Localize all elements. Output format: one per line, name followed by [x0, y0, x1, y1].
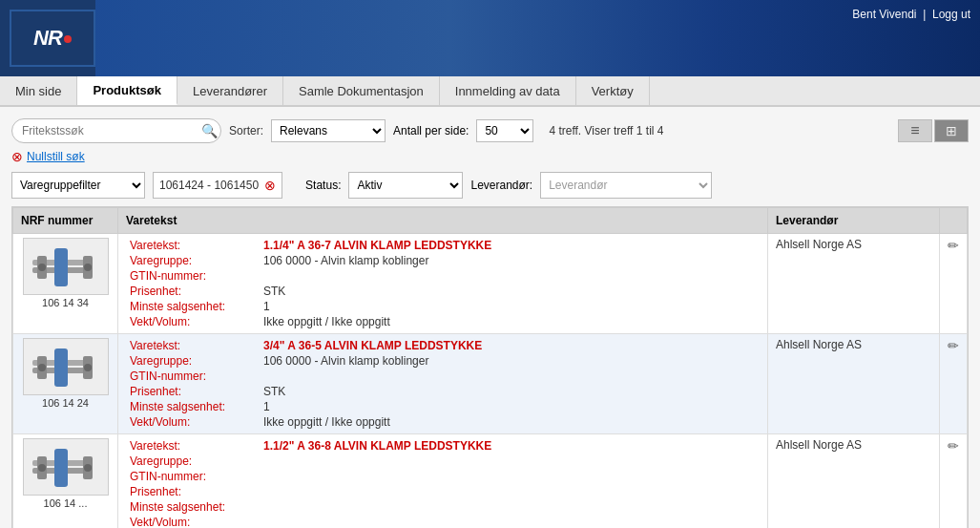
main-content: 🔍 Sorter: Relevans NRF nummer Varetekst …: [0, 107, 980, 528]
detail-label: Varegruppe:: [126, 454, 260, 469]
detail-label: GTIN-nummer:: [126, 268, 260, 284]
table-header-row: NRF nummer Varetekst Leverandør: [13, 208, 968, 234]
product-thumbnail: [23, 238, 109, 295]
logo: NR: [10, 10, 95, 67]
detail-value: [260, 369, 760, 384]
detail-label: Minste salgsenhet:: [126, 299, 260, 314]
detail-value[interactable]: 1.1/2" A 36-8 ALVIN KLAMP LEDDSTYKKE: [260, 438, 760, 454]
filter-bar: Varegruppefilter 1061424 - 1061450 ⊗ Sta…: [11, 172, 969, 199]
search-bar: 🔍 Sorter: Relevans NRF nummer Varetekst …: [11, 118, 969, 143]
range-filter: 1061424 - 1061450 ⊗: [153, 172, 282, 199]
detail-label: GTIN-nummer:: [126, 469, 260, 484]
leverandor-label: Leverandør:: [470, 179, 532, 192]
detail-value: [260, 268, 760, 284]
header-user-area: Bent Vivendi | Logg ut: [852, 8, 970, 21]
svg-point-20: [84, 464, 92, 472]
svg-rect-2: [54, 248, 68, 286]
range-value: 1061424 - 1061450: [159, 179, 259, 192]
status-label: Status:: [305, 179, 341, 192]
product-detail-cell: Varetekst:3/4" A 36-5 ALVIN KLAMP LEDDST…: [118, 334, 768, 434]
edit-button[interactable]: ✏: [948, 338, 959, 353]
header: NR Bent Vivendi | Logg ut: [0, 0, 980, 76]
detail-label: Prisenhet:: [126, 484, 260, 499]
edit-cell: ✏: [940, 334, 968, 434]
leverandor-cell: Ahlsell Norge AS: [768, 434, 940, 529]
detail-label: Varegruppe:: [126, 253, 260, 268]
detail-value: [260, 515, 760, 528]
detail-value[interactable]: 3/4" A 36-5 ALVIN KLAMP LEDDSTYKKE: [260, 338, 760, 353]
th-varetekst: Varetekst: [118, 208, 768, 234]
leverandor-select[interactable]: Leverandør: [540, 172, 712, 199]
results-info: 4 treff. Viser treff 1 til 4: [549, 124, 663, 137]
nav-min-side[interactable]: Min side: [0, 76, 77, 105]
table-row: 106 14 34Varetekst:1.1/4" A 36-7 ALVIN K…: [13, 234, 968, 334]
detail-label: GTIN-nummer:: [126, 369, 260, 384]
range-clear-button[interactable]: ⊗: [264, 178, 276, 193]
nav-samle-dok[interactable]: Samle Dokumentasjon: [283, 76, 440, 105]
detail-label: Varetekst:: [126, 438, 260, 454]
detail-value: [260, 499, 760, 515]
per-page-select[interactable]: 10 25 50 100: [476, 119, 533, 142]
nav-leverandorer[interactable]: Leverandører: [177, 76, 283, 105]
detail-label: Minste salgsenhet:: [126, 499, 260, 515]
detail-value: [260, 484, 760, 499]
sort-label: Sorter:: [229, 124, 263, 137]
edit-button[interactable]: ✏: [948, 238, 959, 253]
detail-label: Prisenhet:: [126, 384, 260, 399]
edit-cell: ✏: [940, 234, 968, 334]
header-decoration: [95, 0, 980, 76]
product-table: NRF nummer Varetekst Leverandør 106 14 3…: [12, 207, 968, 528]
edit-cell: ✏: [940, 434, 968, 529]
detail-value: Ikke oppgitt / Ikke oppgitt: [260, 414, 760, 430]
search-icon: 🔍: [201, 123, 218, 138]
detail-value: [260, 454, 760, 469]
reset-link[interactable]: Nullstill søk: [27, 150, 85, 163]
search-input[interactable]: [11, 118, 221, 143]
grid-view-icon: ⊞: [946, 123, 957, 138]
status-select[interactable]: Aktiv Inaktiv Alle: [348, 172, 463, 199]
product-thumbnail: [23, 338, 109, 395]
detail-value: Ikke oppgitt / Ikke oppgitt: [260, 314, 760, 329]
product-table-wrap: NRF nummer Varetekst Leverandør 106 14 3…: [11, 206, 969, 528]
table-row: 106 14 24Varetekst:3/4" A 36-5 ALVIN KLA…: [13, 334, 968, 434]
svg-point-19: [38, 464, 46, 472]
detail-value[interactable]: 1.1/4" A 36-7 ALVIN KLAMP LEDDSTYKKE: [260, 238, 760, 253]
svg-point-13: [84, 364, 92, 371]
product-thumbnail-cell: 106 14 24: [13, 334, 118, 434]
leverandor-cell: Ahlsell Norge AS: [768, 334, 940, 434]
detail-label: Vekt/Volum:: [126, 515, 260, 528]
edit-button[interactable]: ✏: [948, 438, 959, 454]
nrf-number: 106 14 34: [21, 297, 110, 308]
user-name: Bent Vivendi: [852, 8, 916, 21]
list-view-button[interactable]: ≡: [898, 119, 932, 142]
svg-rect-9: [54, 348, 68, 387]
detail-label: Vekt/Volum:: [126, 314, 260, 329]
list-view-icon: ≡: [910, 122, 919, 139]
sort-select[interactable]: Relevans NRF nummer Varetekst: [271, 119, 386, 142]
detail-value: [260, 469, 760, 484]
svg-point-6: [84, 264, 92, 271]
varegruppefilter-select[interactable]: Varegruppefilter: [11, 172, 145, 199]
nav-produktsok[interactable]: Produktsøk: [77, 76, 177, 105]
detail-label: Varetekst:: [126, 238, 260, 253]
search-input-wrap: 🔍: [11, 118, 221, 143]
product-thumbnail: [23, 438, 109, 496]
detail-value: STK: [260, 384, 760, 399]
svg-point-12: [38, 364, 46, 371]
detail-label: Varegruppe:: [126, 353, 260, 369]
per-page-label: Antall per side:: [393, 124, 469, 137]
separator: |: [923, 8, 926, 21]
detail-label: Vekt/Volum:: [126, 414, 260, 430]
nav-verktoy[interactable]: Verktøy: [576, 76, 650, 105]
detail-value: 106 0000 - Alvin klamp koblinger: [260, 353, 760, 369]
detail-label: Prisenhet:: [126, 284, 260, 299]
product-detail-cell: Varetekst:1.1/2" A 36-8 ALVIN KLAMP LEDD…: [118, 434, 768, 529]
search-button[interactable]: 🔍: [201, 123, 218, 138]
nav-innmelding[interactable]: Innmelding av data: [440, 76, 576, 105]
detail-label: Minste salgsenhet:: [126, 399, 260, 414]
detail-value: 1: [260, 399, 760, 414]
table-row: 106 14 ...Varetekst:1.1/2" A 36-8 ALVIN …: [13, 434, 968, 529]
view-buttons: ≡ ⊞: [898, 119, 969, 142]
grid-view-button[interactable]: ⊞: [934, 119, 969, 142]
logout-link[interactable]: Logg ut: [932, 8, 970, 21]
